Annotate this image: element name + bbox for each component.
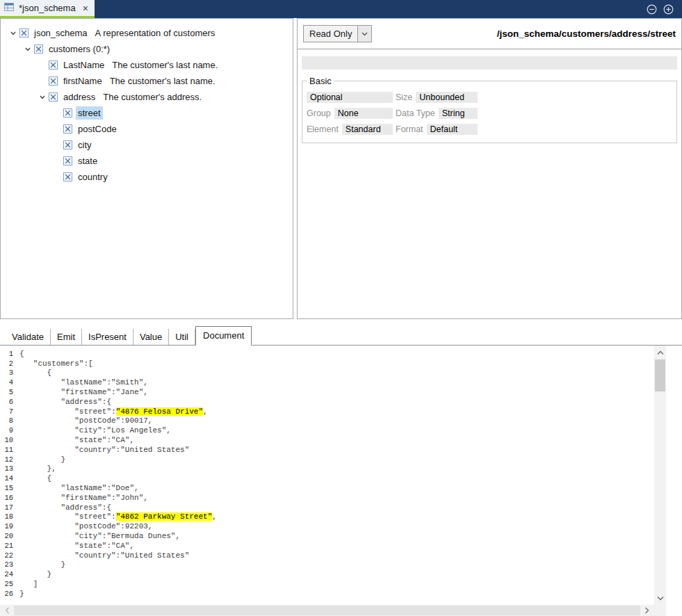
chevron-expanded-icon[interactable] [35,94,49,101]
document-tab[interactable]: *json_schema × [0,0,95,18]
highlighted-text: "4862 Parkway Street" [116,512,213,521]
tree-item-street[interactable]: street [1,105,293,121]
code-text: "postCode":92203, [19,522,152,530]
horizontal-scrollbar[interactable] [0,605,654,616]
element-icon [63,172,72,181]
tab-document[interactable]: Document [195,326,252,346]
code-line-14: 14 { [0,473,654,483]
field-data-type: Data TypeString [396,107,478,119]
line-number: 22 [0,551,19,560]
tab-validate[interactable]: Validate [6,329,51,345]
tab-value[interactable]: Value [133,329,169,345]
scroll-down-icon[interactable] [654,592,666,603]
scroll-up-icon[interactable] [654,347,666,358]
code-text: { [19,350,24,358]
line-number: 1 [0,350,19,358]
code-line-22: 22 "country":"United States" [0,551,654,560]
line-number: 10 [0,436,19,444]
close-tab-icon[interactable]: × [83,3,88,14]
tree-item-label: address [61,90,97,104]
element-icon [49,76,58,86]
code-line-8: 8 "postCode":90017, [0,416,654,426]
mode-select-value: Read Only [304,26,357,42]
field-label: Data Type [396,108,435,118]
tree-item-country[interactable]: country [1,169,293,185]
schema-tree-panel: json_schemaA representation of customers… [0,18,293,319]
code-text: "country":"United States" [19,446,189,454]
code-line-12: 12 } [0,455,654,464]
field-value: String [439,108,478,119]
tree-item-label: customers (0:*) [47,42,112,56]
tab-util[interactable]: Util [169,329,195,345]
tree-item-postcode[interactable]: postCode [1,121,293,137]
tree-item-description: The customer's last name. [110,76,216,86]
code-line-19: 19 "postCode":92203, [0,521,654,531]
code-line-4: 4 "lastName":"Smith", [0,378,654,387]
tree-item-label: firstName [61,74,104,88]
code-text: "customers":[ [19,359,93,368]
collapse-circle-minus-icon[interactable] [647,4,657,15]
tree-item-label: json_schema [32,26,90,40]
line-number: 11 [0,446,19,454]
code-line-6: 6 "address":{ [0,397,654,407]
tree-item-city[interactable]: city [1,137,293,153]
tree-item-state[interactable]: state [1,153,293,169]
scrollbar-corner [654,605,666,616]
code-text: }, [19,464,56,473]
code-text: "city":"Los Angeles", [19,426,171,435]
code-text: "country":"United States" [19,551,189,560]
field-label: Format [396,124,423,134]
element-icon [63,108,72,117]
toolbar-strip [302,56,677,70]
tree-item-lastname[interactable]: LastNameThe customer's last name. [1,57,293,73]
line-number: 25 [0,580,19,588]
code-text: } [19,560,65,569]
line-number: 24 [0,570,19,578]
element-icon [63,140,72,149]
line-number: 19 [0,522,19,530]
tab-emit[interactable]: Emit [51,329,82,345]
code-text: ] [19,580,38,588]
tree-item-label: postCode [76,122,119,136]
tree-item-customers-0[interactable]: customers (0:*) [1,41,293,57]
code-text: } [19,455,65,464]
line-number: 8 [0,416,19,425]
code-line-10: 10 "state":"CA", [0,435,654,445]
scroll-left-icon[interactable] [1,605,13,616]
element-icon [34,44,43,54]
tree-item-label: street [76,106,103,120]
code-line-5: 5 "firstName":"Jane", [0,387,654,397]
field-size: SizeUnbounded [396,91,478,103]
field-value: Unbounded [416,92,478,103]
code-text: { [19,474,51,483]
expand-circle-plus-icon[interactable] [663,4,674,15]
field-value: Standard [342,124,393,135]
chevron-expanded-icon[interactable] [6,30,19,37]
code-text: "address":{ [19,398,111,406]
tree-item-address[interactable]: addressThe customer's address. [1,89,293,105]
tab-ispresent[interactable]: IsPresent [82,329,133,345]
basic-properties-group: Basic OptionalSizeUnboundedGroupNoneData… [302,76,677,143]
code-line-9: 9 "city":"Los Angeles", [0,425,654,435]
vertical-scrollbar-thumb[interactable] [655,359,665,391]
line-number: 6 [0,398,19,406]
tree-item-label: LastName [61,58,106,72]
vertical-scrollbar[interactable] [654,346,666,605]
tree-item-json_schema[interactable]: json_schemaA representation of customers [1,25,293,41]
schema-document-icon [4,2,15,14]
field-value: Optional [307,92,393,103]
code-text: "firstName":"John", [19,494,148,502]
mode-select[interactable]: Read Only [303,25,372,42]
horizontal-scrollbar-thumb[interactable] [14,606,640,615]
tree-item-label: city [76,138,94,152]
field-value: None [334,108,393,119]
highlighted-text: "4876 Felosa Drive" [116,407,203,416]
bottom-tab-bar: ValidateEmitIsPresentValueUtilDocument [0,320,682,346]
code-text: "firstName":"Jane", [19,388,148,396]
tree-item-firstname[interactable]: firstNameThe customer's last name. [1,73,293,89]
scroll-right-icon[interactable] [641,605,653,616]
code-editor[interactable]: 1{2 "customers":[3 {4 "lastName":"Smith"… [0,346,654,605]
chevron-expanded-icon[interactable] [21,46,34,53]
field-label: Element [307,124,339,134]
code-line-20: 20 "city":"Bermuda Dunes", [0,531,654,541]
